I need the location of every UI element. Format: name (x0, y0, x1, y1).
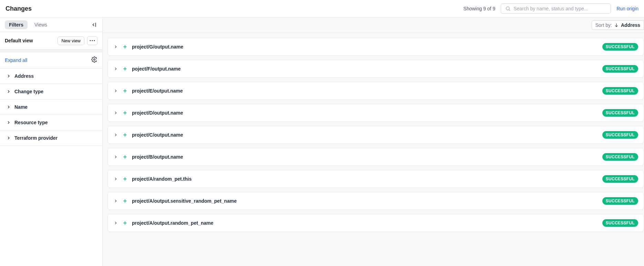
filter-label: Address (14, 73, 34, 79)
divider (0, 50, 102, 52)
status-badge: SUCCESSFUL (602, 219, 638, 227)
default-view-label: Default view (5, 38, 33, 43)
chevron-right-icon (6, 89, 11, 94)
change-row[interactable]: project/D/output.name SUCCESSFUL (107, 104, 644, 122)
filter-label: Name (14, 104, 28, 110)
svg-point-5 (94, 59, 95, 61)
svg-point-4 (94, 40, 95, 41)
plus-icon (122, 154, 128, 160)
chevron-right-icon[interactable] (113, 177, 118, 181)
change-row[interactable]: project/A/output.sensitive_random_pet_na… (107, 192, 644, 210)
status-badge: SUCCESSFUL (602, 153, 638, 161)
status-badge: SUCCESSFUL (602, 131, 638, 139)
status-badge: SUCCESSFUL (602, 43, 638, 51)
sort-row: Sort by: Address (103, 18, 644, 33)
status-badge: SUCCESSFUL (602, 87, 638, 95)
sidebar-tabs: Filters Views (0, 18, 102, 32)
chevron-right-icon[interactable] (113, 88, 118, 93)
chevron-right-icon[interactable] (113, 44, 118, 49)
change-row[interactable]: project/E/output.name SUCCESSFUL (107, 82, 644, 100)
arrow-down-icon (614, 23, 619, 28)
plus-icon (122, 132, 128, 138)
change-row-left: project/E/output.name (113, 88, 183, 94)
change-name: project/D/output.name (132, 110, 183, 116)
filter-item[interactable]: Address (0, 68, 102, 84)
changes-list: project/G/output.name SUCCESSFUL poject/… (103, 33, 644, 241)
chevron-right-icon[interactable] (113, 132, 118, 137)
default-view-row: Default view New view (0, 32, 102, 50)
filter-label: Change type (14, 89, 43, 94)
change-row[interactable]: poject/F/output.name SUCCESSFUL (107, 60, 644, 78)
page-title: Changes (6, 5, 32, 12)
search-input[interactable] (513, 6, 606, 11)
plus-icon (122, 66, 128, 72)
plus-icon (122, 198, 128, 204)
chevron-right-icon[interactable] (113, 110, 118, 115)
svg-point-2 (90, 40, 91, 41)
change-row[interactable]: project/A/output.random_pet_name SUCCESS… (107, 214, 644, 232)
change-name: project/A/random_pet.this (132, 176, 191, 182)
header-actions: Showing 9 of 9 Run origin (464, 3, 638, 14)
showing-count: Showing 9 of 9 (464, 6, 496, 11)
svg-point-3 (92, 40, 93, 41)
status-badge: SUCCESSFUL (602, 197, 638, 205)
change-row[interactable]: project/G/output.name SUCCESSFUL (107, 38, 644, 56)
chevron-right-icon (6, 136, 11, 140)
change-row-left: project/C/output.name (113, 132, 183, 138)
chevron-right-icon[interactable] (113, 66, 118, 71)
plus-icon (122, 44, 128, 50)
chevron-right-icon[interactable] (113, 199, 118, 203)
plus-icon (122, 176, 128, 182)
filter-item[interactable]: Change type (0, 84, 102, 99)
change-name: project/A/output.random_pet_name (132, 220, 213, 226)
main-container: Filters Views Default view New view Expa… (0, 18, 644, 266)
change-name: poject/F/output.name (132, 66, 181, 72)
change-name: project/E/output.name (132, 88, 183, 94)
collapse-sidebar-icon[interactable] (91, 22, 97, 28)
filter-list: Address Change type Name Resource type T… (0, 68, 102, 146)
search-icon (505, 6, 511, 11)
change-row[interactable]: project/A/random_pet.this SUCCESSFUL (107, 170, 644, 188)
filter-label: Resource type (14, 120, 48, 125)
sort-value: Address (621, 22, 640, 28)
run-origin-link[interactable]: Run origin (616, 6, 638, 11)
filter-label: Terraform provider (14, 135, 58, 141)
page-header: Changes Showing 9 of 9 Run origin (0, 0, 644, 18)
chevron-right-icon (6, 74, 11, 78)
more-options-button[interactable] (87, 36, 97, 45)
expand-all-link[interactable]: Expand all (5, 57, 27, 63)
sidebar: Filters Views Default view New view Expa… (0, 18, 103, 266)
filter-item[interactable]: Name (0, 99, 102, 115)
plus-icon (122, 220, 128, 226)
tab-views[interactable]: Views (30, 20, 51, 29)
filter-item[interactable]: Terraform provider (0, 130, 102, 146)
chevron-right-icon[interactable] (113, 155, 118, 159)
new-view-button[interactable]: New view (58, 36, 84, 45)
change-row[interactable]: project/B/output.name SUCCESSFUL (107, 148, 644, 166)
plus-icon (122, 110, 128, 116)
search-box[interactable] (501, 3, 611, 14)
change-row-left: project/B/output.name (113, 154, 183, 160)
change-row-left: project/D/output.name (113, 110, 183, 116)
change-row-left: project/A/random_pet.this (113, 176, 191, 182)
filter-item[interactable]: Resource type (0, 115, 102, 130)
chevron-right-icon[interactable] (113, 221, 118, 225)
change-row[interactable]: project/C/output.name SUCCESSFUL (107, 126, 644, 144)
view-actions: New view (58, 36, 97, 45)
settings-icon[interactable] (91, 56, 97, 64)
status-badge: SUCCESSFUL (602, 65, 638, 73)
change-row-left: project/A/output.random_pet_name (113, 220, 213, 226)
status-badge: SUCCESSFUL (602, 175, 638, 183)
dots-icon (90, 40, 95, 41)
sort-label: Sort by: (595, 22, 612, 28)
expand-all-row: Expand all (0, 52, 102, 68)
sort-dropdown[interactable]: Sort by: Address (592, 20, 644, 30)
change-row-left: project/G/output.name (113, 44, 183, 50)
tab-filters[interactable]: Filters (5, 20, 28, 29)
svg-line-1 (509, 10, 510, 11)
change-name: project/A/output.sensitive_random_pet_na… (132, 198, 237, 204)
status-badge: SUCCESSFUL (602, 109, 638, 117)
content-area: Sort by: Address project/G/output.name S… (103, 18, 644, 266)
change-name: project/G/output.name (132, 44, 183, 50)
chevron-right-icon (6, 120, 11, 125)
